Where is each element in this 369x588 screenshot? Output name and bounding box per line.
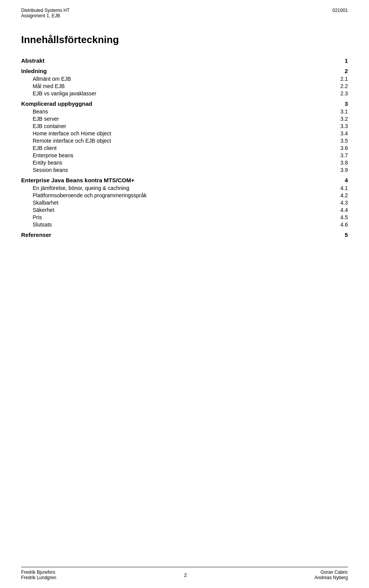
toc-sub-item: Home interface och Home object3.4 — [21, 130, 348, 137]
footer-left: Fredrik Bjurefors Fredrik Lundgren — [21, 570, 56, 580]
toc-item-label: Inledning — [21, 68, 332, 74]
toc-item-label: Enterprise Java Beans kontra MTS/COM+ — [21, 177, 332, 183]
toc-sub-item: EJB vs vanliga javaklasser2.3 — [21, 90, 348, 97]
toc-top-item: Abstrakt1 — [21, 57, 348, 64]
toc-sub-label: Allmänt om EJB — [33, 76, 332, 82]
toc-section: Referenser5 — [21, 232, 348, 238]
toc-top-item: Inledning2 — [21, 68, 348, 74]
toc-sub-label: Beans — [33, 108, 332, 115]
toc-sub-number: 4.6 — [332, 222, 348, 228]
toc-item-number: 1 — [332, 57, 348, 64]
toc-sub-number: 3.4 — [332, 130, 348, 137]
toc-sub-label: Mål med EJB — [33, 83, 332, 89]
toc-sub-label: Enterprise beans — [33, 152, 332, 158]
toc-sub-number: 3.1 — [332, 108, 348, 115]
page: Distributed Systems HT Assignment 1, EJB… — [0, 0, 369, 588]
toc-sub-number: 4.1 — [332, 185, 348, 191]
toc-sub-number: 4.5 — [332, 214, 348, 220]
toc-sub-item: Remote interface och EJB object3.5 — [21, 138, 348, 144]
page-footer: Fredrik Bjurefors Fredrik Lundgren 2 Gor… — [21, 567, 348, 580]
header-assignment: Assignment 1, EJB — [21, 13, 70, 18]
toc-sub-number: 3.5 — [332, 138, 348, 144]
toc-section: Enterprise Java Beans kontra MTS/COM+4En… — [21, 177, 348, 228]
toc-item-number: 4 — [332, 177, 348, 183]
table-of-contents: Abstrakt1Inledning2Allmänt om EJB2.1Mål … — [21, 57, 348, 238]
toc-sub-item: EJB container3.3 — [21, 123, 348, 129]
toc-item-label: Referenser — [21, 232, 332, 238]
toc-sub-number: 3.3 — [332, 123, 348, 129]
toc-sub-item: Allmänt om EJB2.1 — [21, 76, 348, 82]
toc-section: Komplicerad uppbyggnad3Beans3.1EJB serve… — [21, 100, 348, 173]
toc-section: Abstrakt1 — [21, 57, 348, 64]
toc-sub-label: Slutsats — [33, 222, 332, 228]
toc-top-item: Enterprise Java Beans kontra MTS/COM+4 — [21, 177, 348, 183]
toc-sub-item: EJB server3.2 — [21, 116, 348, 122]
toc-sub-label: Plattformsoberoende och programmeringssp… — [33, 192, 332, 198]
toc-sub-label: Säkerhet — [33, 207, 332, 213]
toc-item-number: 2 — [332, 68, 348, 74]
toc-item-number: 3 — [332, 100, 348, 107]
toc-sub-label: Entity beans — [33, 160, 332, 166]
toc-sub-label: Remote interface och EJB object — [33, 138, 332, 144]
toc-sub-item: Mål med EJB2.2 — [21, 83, 348, 89]
toc-top-item: Referenser5 — [21, 232, 348, 238]
page-title: Innehållsförteckning — [21, 34, 348, 46]
toc-sub-label: Skalbarhet — [33, 200, 332, 206]
toc-top-item: Komplicerad uppbyggnad3 — [21, 100, 348, 107]
toc-section: Inledning2Allmänt om EJB2.1Mål med EJB2.… — [21, 68, 348, 97]
toc-sub-number: 4.4 — [332, 207, 348, 213]
toc-sub-number: 3.2 — [332, 116, 348, 122]
toc-sub-number: 4.3 — [332, 200, 348, 206]
toc-sub-label: EJB client — [33, 145, 332, 151]
toc-sub-label: EJB container — [33, 123, 332, 129]
author4: Andreas Nyberg — [314, 575, 348, 580]
toc-sub-item: Plattformsoberoende och programmeringssp… — [21, 192, 348, 198]
toc-sub-item: EJB client3.6 — [21, 145, 348, 151]
toc-sub-label: EJB vs vanliga javaklasser — [33, 90, 332, 97]
toc-sub-label: EJB server — [33, 116, 332, 122]
toc-item-label: Abstrakt — [21, 57, 332, 64]
toc-sub-item: En jämförelse, bönor, queing & cachning4… — [21, 185, 348, 191]
toc-sub-number: 3.7 — [332, 152, 348, 158]
author2: Fredrik Lundgren — [21, 575, 56, 580]
toc-sub-item: Säkerhet4.4 — [21, 207, 348, 213]
toc-item-label: Komplicerad uppbyggnad — [21, 100, 332, 107]
toc-sub-item: Enterprise beans3.7 — [21, 152, 348, 158]
toc-sub-item: Pris4.5 — [21, 214, 348, 220]
header-left: Distributed Systems HT Assignment 1, EJB — [21, 8, 70, 18]
toc-item-number: 5 — [332, 232, 348, 238]
toc-sub-number: 2.2 — [332, 83, 348, 89]
toc-sub-number: 2.3 — [332, 90, 348, 97]
toc-sub-item: Beans3.1 — [21, 108, 348, 115]
toc-sub-number: 3.9 — [332, 167, 348, 173]
toc-sub-label: Pris — [33, 214, 332, 220]
toc-sub-number: 2.1 — [332, 76, 348, 82]
toc-sub-item: Skalbarhet4.3 — [21, 200, 348, 206]
toc-sub-number: 4.2 — [332, 192, 348, 198]
toc-sub-label: Session beans — [33, 167, 332, 173]
header-date: 021001 — [332, 8, 348, 13]
author1: Fredrik Bjurefors — [21, 570, 56, 575]
author3: Goran Cabric — [314, 570, 348, 575]
header-course: Distributed Systems HT — [21, 8, 70, 13]
toc-sub-item: Session beans3.9 — [21, 167, 348, 173]
toc-sub-label: En jämförelse, bönor, queing & cachning — [33, 185, 332, 191]
page-header: Distributed Systems HT Assignment 1, EJB… — [21, 8, 348, 18]
toc-sub-number: 3.6 — [332, 145, 348, 151]
toc-sub-item: Entity beans3.8 — [21, 160, 348, 166]
toc-sub-item: Slutsats4.6 — [21, 222, 348, 228]
toc-sub-label: Home interface och Home object — [33, 130, 332, 137]
page-number: 2 — [184, 572, 187, 578]
footer-right: Goran Cabric Andreas Nyberg — [314, 570, 348, 580]
toc-sub-number: 3.8 — [332, 160, 348, 166]
